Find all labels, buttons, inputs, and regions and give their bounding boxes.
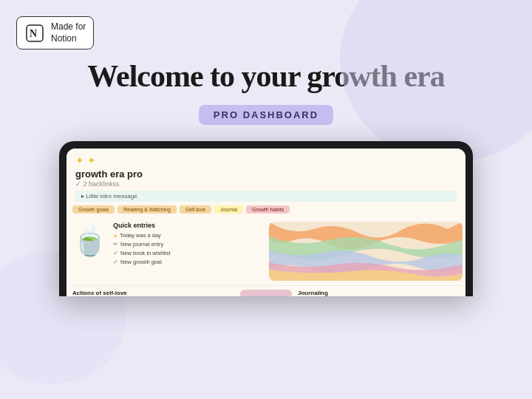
check-icon-2: ✓	[113, 258, 118, 267]
screen-header: ✦ ✦ growth era pro ✓ 2 backlinkss ▸ Litt…	[66, 149, 466, 202]
svg-text:N: N	[30, 28, 37, 39]
sun-icon: ☀	[113, 232, 117, 240]
quick-entry-2: ✏ New journal entry	[113, 240, 171, 249]
tab-growth-habits[interactable]: Growth habits	[246, 205, 290, 214]
tab-journal[interactable]: Journal	[214, 205, 243, 214]
journaling-section: Journaling 📅 all	[298, 290, 460, 296]
self-love-section: Actions of self-love 📅 This week 📅 This …	[72, 290, 234, 296]
tablet-screen: ✦ ✦ growth era pro ✓ 2 backlinkss ▸ Litt…	[66, 149, 466, 296]
tab-reading-watching[interactable]: Reading & Watching	[117, 205, 177, 214]
tablet-frame: ✦ ✦ growth era pro ✓ 2 backlinkss ▸ Litt…	[59, 141, 473, 296]
screen-tabs: Growth goals Reading & Watching Self-lov…	[66, 202, 466, 217]
quick-entry-4: ✓ New growth goal	[113, 258, 171, 267]
pro-dashboard-badge: PRO DASHBOARD	[199, 105, 333, 125]
quick-entries-panel: Quick entries ☀ Today was a day ✏ New jo…	[113, 222, 171, 267]
check-icon-1: ✓	[113, 249, 118, 258]
wavy-art	[269, 222, 463, 281]
keep-badge: keep	[240, 290, 292, 296]
teabag-illustration: 🍵	[72, 225, 107, 267]
notion-logo-icon: N	[24, 23, 45, 44]
quick-entry-3: ✓ New book in wishlist	[113, 249, 171, 258]
screen-left-panel: 🍵 Quick entries ☀ Today was a day ✏ New …	[66, 217, 266, 285]
intro-bar: ▸ Little intro message	[75, 191, 457, 202]
sparkle-icon: ✦ ✦	[75, 154, 457, 167]
tablet-mockup: ✦ ✦ growth era pro ✓ 2 backlinkss ▸ Litt…	[59, 141, 473, 296]
screen-right-panel	[266, 217, 466, 285]
tab-growth-goals[interactable]: Growth goals	[72, 205, 115, 214]
quick-entry-1: ☀ Today was a day	[113, 231, 171, 240]
pencil-icon: ✏	[113, 240, 118, 249]
notion-badge: N Made for Notion	[16, 16, 94, 50]
screen-body: 🍵 Quick entries ☀ Today was a day ✏ New …	[66, 217, 466, 285]
screen-subtitle: ✓ 2 backlinkss	[75, 180, 457, 188]
screen-bottom: Actions of self-love 📅 This week 📅 This …	[66, 285, 466, 296]
tab-self-love[interactable]: Self-love	[180, 205, 211, 214]
screen-title: growth era pro	[75, 168, 457, 180]
notion-badge-text: Made for Notion	[51, 21, 86, 44]
